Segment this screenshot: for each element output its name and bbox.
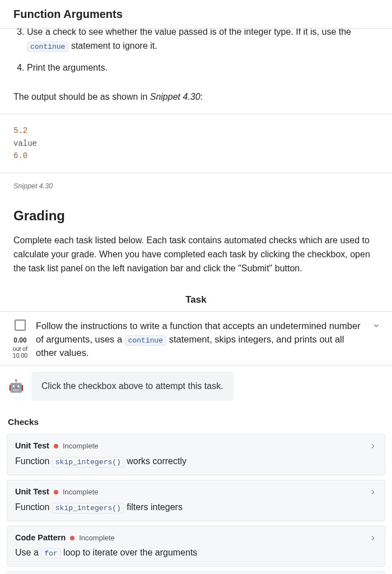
check-desc-post: works correctly xyxy=(124,456,186,466)
check-expand-toggle[interactable] xyxy=(369,487,377,500)
grading-text: Complete each task listed below. Each ta… xyxy=(0,234,392,288)
check-desc-post: loop to iterate over the arguments xyxy=(61,548,198,557)
task-checkbox[interactable] xyxy=(15,320,26,331)
check-header-line: Unit TestIncomplete xyxy=(15,440,377,452)
task-description: Follow the instructions to write a funct… xyxy=(32,320,368,360)
task-expand-toggle[interactable] xyxy=(368,320,384,330)
task-score-column: 0.00 out of 10.00 xyxy=(8,320,32,359)
chevron-right-icon xyxy=(369,442,377,450)
check-item[interactable]: Code PatternIncompleteUse a continue sta… xyxy=(7,571,385,574)
chevron-down-icon xyxy=(372,322,380,330)
check-header-line: Unit TestIncomplete xyxy=(15,486,377,498)
check-status: Incomplete xyxy=(79,533,115,544)
page-title: Function Arguments xyxy=(13,6,379,22)
steps-list: Use a check to see whether the value pas… xyxy=(0,29,392,82)
snippet-line-2: value xyxy=(13,139,37,148)
check-description: Use a for loop to iterate over the argum… xyxy=(15,546,377,559)
output-intro-pre: The output should be as shown in xyxy=(13,92,150,101)
check-expand-toggle[interactable] xyxy=(369,441,377,454)
check-status: Incomplete xyxy=(63,441,99,452)
code-inline: for xyxy=(41,548,60,559)
grading-heading: Grading xyxy=(0,201,392,234)
check-desc-pre: Use a xyxy=(15,548,41,557)
output-intro-post: : xyxy=(200,92,203,101)
task-score-value: 0.00 xyxy=(13,335,26,345)
status-dot-icon xyxy=(54,490,58,494)
task-score-outof: out of xyxy=(13,345,27,352)
chevron-right-icon xyxy=(369,534,377,542)
snippet-caption: Snippet 4.30 xyxy=(0,173,392,202)
check-kind: Code Pattern xyxy=(15,532,66,544)
step-3-text-post: statement to ignore it. xyxy=(71,41,157,50)
task-section-header: Task xyxy=(0,288,392,312)
snippet-line-3: 6.0 xyxy=(13,151,27,160)
task-score-max: 10.00 xyxy=(13,352,27,359)
check-description: Function skip_integers() works correctly xyxy=(15,455,377,468)
step-4: Print the arguments. xyxy=(27,61,379,75)
check-description: Function skip_integers() filters integer… xyxy=(15,501,377,514)
snippet-line-1: 5.2 xyxy=(13,126,27,135)
checks-heading: Checks xyxy=(0,412,392,434)
check-item[interactable]: Unit TestIncompleteFunction skip_integer… xyxy=(7,434,385,475)
task-item: 0.00 out of 10.00 Follow the instruction… xyxy=(0,312,392,366)
code-snippet: 5.2 value 6.0 xyxy=(0,114,392,173)
chevron-right-icon xyxy=(369,488,377,496)
check-desc-pre: Function xyxy=(15,502,52,512)
status-dot-icon xyxy=(70,536,74,540)
check-desc-post: filters integers xyxy=(124,502,183,512)
status-dot-icon xyxy=(54,444,58,448)
check-item[interactable]: Unit TestIncompleteFunction skip_integer… xyxy=(7,480,385,521)
continue-code-inline: continue xyxy=(27,41,68,52)
check-item[interactable]: Code PatternIncompleteUse a for loop to … xyxy=(7,526,385,567)
page-content: Use a check to see whether the value pas… xyxy=(0,29,392,574)
task-hint-bubble: Click the checkbox above to attempt this… xyxy=(31,372,234,401)
check-desc-pre: Function xyxy=(15,456,52,466)
step-3: Use a check to see whether the value pas… xyxy=(27,29,379,53)
step-3-text-pre: Use a check to see whether the value pas… xyxy=(27,29,351,36)
robot-icon: 🤖 xyxy=(8,378,24,394)
output-intro: The output should be as shown in Snippet… xyxy=(0,90,392,104)
check-status: Incomplete xyxy=(63,487,99,498)
code-inline: skip_integers() xyxy=(52,457,124,467)
checks-list: Unit TestIncompleteFunction skip_integer… xyxy=(0,434,392,574)
task-hint-row: 🤖 Click the checkbox above to attempt th… xyxy=(0,366,392,412)
code-inline: skip_integers() xyxy=(52,503,124,513)
check-kind: Unit Test xyxy=(15,440,49,452)
snippet-ref: Snippet 4.30 xyxy=(150,92,200,101)
continue-code-inline: continue xyxy=(125,335,166,346)
check-header-line: Code PatternIncomplete xyxy=(15,532,377,544)
check-kind: Unit Test xyxy=(15,486,49,498)
page-header: Function Arguments xyxy=(0,0,392,29)
check-expand-toggle[interactable] xyxy=(369,533,377,546)
